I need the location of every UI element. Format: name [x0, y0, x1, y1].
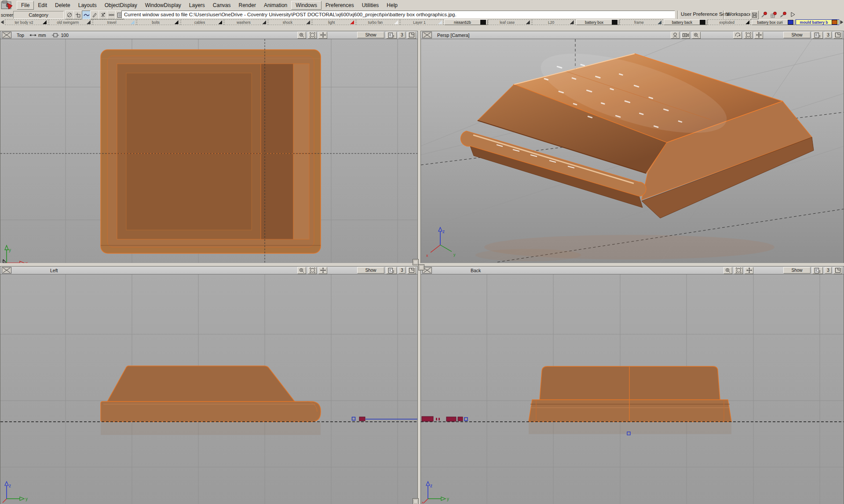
layer-tab-light[interactable]: light	[312, 19, 356, 25]
layer-tab-old-swingarm[interactable]: old swingarm	[49, 19, 92, 25]
viewport-back-canvas[interactable]: z y x	[421, 274, 844, 504]
layer-color-marker[interactable]	[438, 20, 442, 24]
pan-tool-button[interactable]	[754, 32, 763, 39]
corner-layout-button[interactable]	[833, 32, 842, 39]
display-list-button[interactable]	[812, 267, 823, 274]
tabs-scroll-right-button[interactable]	[840, 19, 844, 25]
fit-view-button[interactable]	[744, 32, 753, 39]
layer-tab-battery-box[interactable]: battery box	[576, 19, 620, 25]
layer-tab-bolts[interactable]: bolts	[137, 19, 180, 25]
viewport-persp-canvas[interactable]: z x y	[421, 39, 844, 263]
display-list-button[interactable]	[386, 267, 397, 274]
corner-layout-button[interactable]	[407, 267, 416, 274]
layer-color-marker[interactable]	[526, 20, 530, 24]
layer-color-marker[interactable]	[745, 20, 749, 24]
layer-tab-exploded[interactable]: exploded	[708, 19, 751, 25]
display-list-button[interactable]	[386, 32, 397, 39]
corner-layout-button[interactable]	[407, 32, 416, 39]
snap-point-button[interactable]	[99, 11, 107, 19]
viewport-grid-value[interactable]: 100	[61, 33, 69, 38]
layer-tab-shock[interactable]: shock	[268, 19, 312, 25]
menu-animation[interactable]: Animation	[260, 1, 291, 9]
status-message-field[interactable]: Current window saved to file C:\Users\us…	[121, 11, 675, 18]
pane-count-button[interactable]: 3	[398, 32, 406, 38]
snap-grid-button[interactable]	[73, 11, 82, 19]
menu-windows[interactable]: Windows	[291, 1, 322, 10]
menu-edit[interactable]: Edit	[34, 1, 51, 9]
zoom-tool-button[interactable]	[297, 267, 306, 274]
pane-count-button[interactable]: 3	[398, 267, 406, 274]
layer-tab-nissan52b[interactable]: nissan52b	[444, 19, 488, 25]
viewport-top-canvas[interactable]: y x	[0, 39, 417, 263]
layer-color-marker[interactable]	[658, 20, 661, 24]
menu-help[interactable]: Help	[383, 1, 402, 9]
menu-layouts[interactable]: Layouts	[74, 1, 101, 9]
layer-color-marker[interactable]	[350, 20, 354, 24]
layer-color-marker[interactable]	[394, 20, 398, 24]
layer-color-marker[interactable]	[700, 20, 705, 25]
layer-color-marker[interactable]	[87, 20, 91, 24]
layer-tab-battery-back[interactable]: battery back	[664, 19, 707, 25]
fit-view-button[interactable]	[308, 267, 317, 274]
layer-tab-l20[interactable]: L20	[532, 19, 576, 25]
close-viewport-button[interactable]	[422, 32, 432, 38]
show-options-button[interactable]: Show	[783, 267, 811, 274]
pin-pointer-tool-button[interactable]	[779, 11, 787, 18]
menu-objectdisplay[interactable]: ObjectDisplay	[101, 1, 141, 9]
menu-file[interactable]: File	[17, 1, 34, 10]
orbit-tool-button[interactable]	[733, 32, 742, 39]
layer-color-marker[interactable]	[306, 20, 310, 24]
pane-count-button[interactable]: 3	[825, 267, 832, 274]
pin-tool-button[interactable]	[760, 11, 767, 18]
tabs-scroll-left-button[interactable]	[0, 19, 4, 25]
close-viewport-button[interactable]	[2, 267, 11, 274]
user-preference-sets-button[interactable]: User Preference Sets	[681, 11, 729, 17]
pan-tool-button[interactable]	[318, 32, 327, 39]
walk-view-button[interactable]	[671, 32, 680, 39]
layer-tab-leaf-case[interactable]: leaf case	[488, 19, 532, 25]
pane-count-button[interactable]: 3	[825, 32, 832, 38]
viewport-splitter-handle[interactable]	[413, 259, 419, 265]
layer-tab-travel[interactable]: travel	[93, 19, 136, 25]
layer-tab-layer-1[interactable]: Layer 1	[400, 19, 444, 25]
layer-color-marker[interactable]	[612, 20, 617, 25]
layer-tab-mould-battery-b[interactable]: mould battery b	[796, 19, 839, 25]
zoom-tool-button[interactable]	[297, 32, 306, 39]
layer-color-marker[interactable]	[218, 20, 222, 24]
camera-view-button[interactable]	[681, 32, 690, 39]
layer-color-marker[interactable]	[131, 20, 135, 24]
menu-render[interactable]: Render	[235, 1, 260, 9]
viewport-splitter-handle[interactable]	[413, 498, 419, 504]
layer-tab-frame[interactable]: frame	[620, 19, 663, 25]
category-dropdown[interactable]: Category	[13, 11, 64, 19]
menu-utilities[interactable]: Utilities	[358, 1, 383, 9]
layer-tab-battery-box-curi[interactable]: battery box curi	[752, 19, 795, 25]
toolbar-expand-button[interactable]	[789, 11, 797, 18]
pin-grid-tool-button[interactable]	[769, 11, 777, 18]
viewport-left-canvas[interactable]: z y	[0, 274, 417, 504]
layer-tab-cables[interactable]: cables	[181, 19, 224, 25]
corner-layout-button[interactable]	[833, 267, 842, 274]
menu-canvas[interactable]: Canvas	[209, 1, 235, 9]
menu-delete[interactable]: Delete	[51, 1, 74, 9]
layer-color-marker[interactable]	[570, 20, 574, 24]
fit-view-button[interactable]	[308, 32, 317, 39]
layer-tab-turbo-fan[interactable]: turbo fan	[356, 19, 400, 25]
show-options-button[interactable]: Show	[357, 267, 384, 274]
menu-layers[interactable]: Layers	[185, 1, 209, 9]
snap-options-button[interactable]	[107, 11, 116, 19]
viewport-units[interactable]: mm	[38, 33, 46, 38]
snap-curve-button[interactable]	[82, 11, 91, 19]
layer-tab-ter-body-v2[interactable]: ter body v2	[5, 19, 48, 25]
fit-view-button[interactable]	[734, 267, 743, 274]
menu-windowdisplay[interactable]: WindowDisplay	[141, 1, 185, 9]
no-snap-button[interactable]	[65, 11, 74, 19]
zoom-tool-button[interactable]	[723, 267, 732, 274]
pan-tool-button[interactable]	[745, 267, 753, 274]
layer-color-marker[interactable]	[832, 20, 837, 25]
layer-color-marker[interactable]	[480, 20, 486, 25]
history-button[interactable]	[750, 11, 759, 19]
layer-color-marker[interactable]	[43, 20, 47, 24]
close-viewport-button[interactable]	[2, 32, 11, 38]
show-options-button[interactable]: Show	[783, 32, 811, 38]
